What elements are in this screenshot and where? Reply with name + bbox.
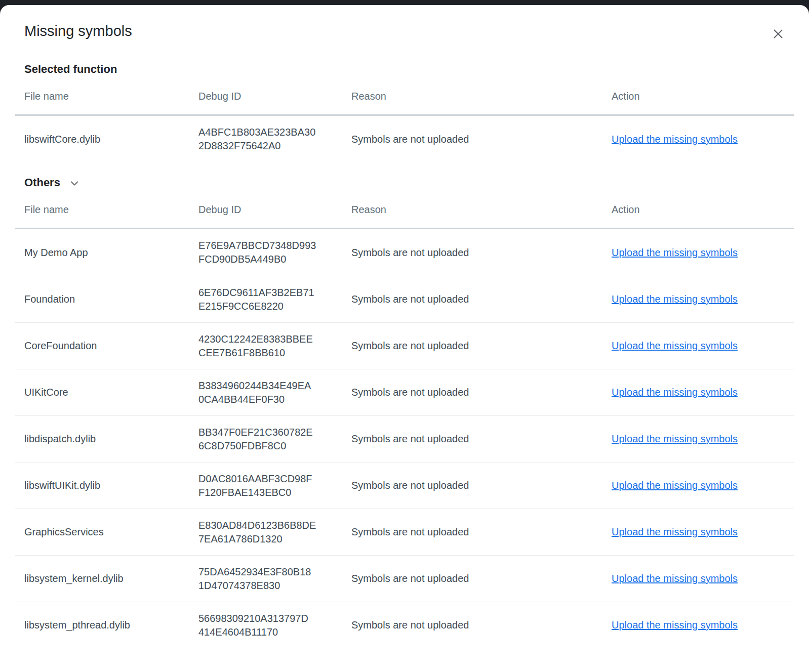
table-row: libsystem_kernel.dylib 75DA6452934E3F80B… bbox=[15, 555, 794, 602]
table-row: UIKitCore B3834960244B34E49EA 0CA4BB44EF… bbox=[15, 369, 794, 415]
upload-missing-symbols-link[interactable]: Upload the missing symbols bbox=[612, 387, 738, 398]
action-cell: Upload the missing symbols bbox=[612, 618, 794, 632]
debug-id-line-1: E830AD84D6123B6B8DE bbox=[198, 519, 351, 532]
action-cell: Upload the missing symbols bbox=[612, 339, 794, 353]
debug-id-cell: E830AD84D6123B6B8DE 7EA61A786D1320 bbox=[198, 519, 351, 546]
close-button[interactable] bbox=[767, 23, 789, 45]
debug-id-line-1: 6E76DC9611AF3B2EB71 bbox=[198, 286, 351, 300]
debug-id-cell: BB347F0EF21C360782E 6C8D750FDBF8C0 bbox=[198, 426, 351, 453]
debug-id-line-2: 1D47074378E830 bbox=[198, 579, 351, 593]
file-name-cell: libsystem_pthread.dylib bbox=[15, 618, 198, 632]
debug-id-line-1: B3834960244B34E49EA bbox=[198, 379, 351, 393]
upload-missing-symbols-link[interactable]: Upload the missing symbols bbox=[612, 293, 738, 305]
file-name-cell: libdispatch.dylib bbox=[15, 432, 198, 446]
dialog-title: Missing symbols bbox=[24, 22, 785, 39]
debug-id-line-1: BB347F0EF21C360782E bbox=[198, 426, 351, 439]
debug-id-cell: 6E76DC9611AF3B2EB71 E215F9CC6E8220 bbox=[198, 286, 351, 313]
action-cell: Upload the missing symbols bbox=[612, 386, 794, 399]
column-header-reason: Reason bbox=[351, 90, 612, 102]
missing-symbols-dialog: Missing symbols Selected function File n… bbox=[0, 5, 809, 672]
column-header-action: Action bbox=[612, 90, 794, 102]
debug-id-line-1: D0AC8016AABF3CD98F bbox=[198, 472, 351, 486]
table-header-row: File name Debug ID Reason Action bbox=[15, 90, 794, 116]
table-row: My Demo App E76E9A7BBCD7348D993 FCD90DB5… bbox=[15, 229, 794, 276]
close-icon bbox=[771, 26, 786, 41]
debug-id-line-1: 56698309210A313797D bbox=[198, 612, 351, 625]
action-cell: Upload the missing symbols bbox=[612, 246, 794, 260]
reason-cell: Symbols are not uploaded bbox=[351, 386, 612, 399]
selected-function-table: File name Debug ID Reason Action libswif… bbox=[15, 90, 794, 162]
debug-id-cell: B3834960244B34E49EA 0CA4BB44EF0F30 bbox=[198, 379, 351, 406]
debug-id-line-2: CEE7B61F8BB610 bbox=[198, 346, 351, 360]
debug-id-line-2: 0CA4BB44EF0F30 bbox=[198, 393, 351, 406]
debug-id-line-2: 7EA61A786D1320 bbox=[198, 532, 351, 546]
debug-id-cell: 4230C12242E8383BBEE CEE7B61F8BB610 bbox=[198, 332, 351, 360]
column-header-reason: Reason bbox=[351, 203, 612, 216]
debug-id-line-2: F120FBAE143EBC0 bbox=[198, 486, 351, 499]
others-table: File name Debug ID Reason Action My Demo… bbox=[15, 203, 794, 648]
section-label-others: Others bbox=[24, 176, 60, 189]
table-row: libdispatch.dylib BB347F0EF21C360782E 6C… bbox=[15, 415, 794, 462]
action-cell: Upload the missing symbols bbox=[612, 525, 794, 539]
file-name-cell: libswiftUIKit.dylib bbox=[15, 479, 198, 492]
action-cell: Upload the missing symbols bbox=[612, 572, 794, 585]
column-header-debug-id: Debug ID bbox=[198, 90, 351, 102]
reason-cell: Symbols are not uploaded bbox=[351, 525, 612, 539]
debug-id-line-2: 2D8832F75642A0 bbox=[198, 139, 351, 153]
dialog-header: Missing symbols bbox=[0, 5, 809, 39]
debug-id-line-1: 75DA6452934E3F80B18 bbox=[198, 565, 351, 579]
reason-cell: Symbols are not uploaded bbox=[351, 339, 612, 353]
action-cell: Upload the missing symbols bbox=[612, 479, 794, 492]
reason-cell: Symbols are not uploaded bbox=[351, 292, 612, 306]
reason-cell: Symbols are not uploaded bbox=[351, 432, 612, 446]
file-name-cell: libsystem_kernel.dylib bbox=[15, 572, 198, 585]
chevron-down-icon bbox=[68, 177, 80, 189]
file-name-cell: My Demo App bbox=[15, 246, 198, 260]
upload-missing-symbols-link[interactable]: Upload the missing symbols bbox=[612, 340, 738, 351]
action-cell: Upload the missing symbols bbox=[612, 292, 794, 306]
table-row: libsystem_pthread.dylib 56698309210A3137… bbox=[15, 602, 794, 648]
reason-cell: Symbols are not uploaded bbox=[351, 479, 612, 492]
debug-id-line-2: E215F9CC6E8220 bbox=[198, 300, 351, 313]
file-name-cell: libswiftCore.dylib bbox=[15, 133, 198, 146]
reason-cell: Symbols are not uploaded bbox=[351, 246, 612, 260]
debug-id-line-1: A4BFC1B803AE323BA30 bbox=[198, 125, 351, 139]
table-header-row: File name Debug ID Reason Action bbox=[15, 203, 794, 229]
reason-cell: Symbols are not uploaded bbox=[351, 572, 612, 585]
upload-missing-symbols-link[interactable]: Upload the missing symbols bbox=[612, 526, 738, 537]
debug-id-line-1: E76E9A7BBCD7348D993 bbox=[198, 239, 351, 253]
reason-cell: Symbols are not uploaded bbox=[351, 618, 612, 632]
upload-missing-symbols-link[interactable]: Upload the missing symbols bbox=[612, 619, 738, 631]
column-header-file-name: File name bbox=[15, 90, 198, 102]
upload-missing-symbols-link[interactable]: Upload the missing symbols bbox=[612, 480, 738, 491]
table-row: libswiftCore.dylib A4BFC1B803AE323BA30 2… bbox=[15, 116, 794, 162]
debug-id-line-2: 6C8D750FDBF8C0 bbox=[198, 439, 351, 453]
debug-id-line-2: FCD90DB5A449B0 bbox=[198, 253, 351, 266]
table-row: Foundation 6E76DC9611AF3B2EB71 E215F9CC6… bbox=[15, 276, 794, 322]
file-name-cell: GraphicsServices bbox=[15, 525, 198, 539]
section-label-selected-function: Selected function bbox=[24, 63, 117, 76]
upload-missing-symbols-link[interactable]: Upload the missing symbols bbox=[612, 573, 738, 584]
table-row: GraphicsServices E830AD84D6123B6B8DE 7EA… bbox=[15, 509, 794, 555]
debug-id-cell: A4BFC1B803AE323BA30 2D8832F75642A0 bbox=[198, 125, 351, 153]
file-name-cell: CoreFoundation bbox=[15, 339, 198, 353]
upload-missing-symbols-link[interactable]: Upload the missing symbols bbox=[612, 247, 738, 258]
action-cell: Upload the missing symbols bbox=[612, 432, 794, 446]
debug-id-cell: 56698309210A313797D 414E4604B11170 bbox=[198, 612, 351, 639]
upload-missing-symbols-link[interactable]: Upload the missing symbols bbox=[612, 433, 738, 444]
action-cell: Upload the missing symbols bbox=[612, 133, 794, 146]
section-toggle-others[interactable]: Others bbox=[24, 176, 80, 189]
debug-id-cell: 75DA6452934E3F80B18 1D47074378E830 bbox=[198, 565, 351, 593]
column-header-action: Action bbox=[612, 203, 794, 216]
debug-id-cell: E76E9A7BBCD7348D993 FCD90DB5A449B0 bbox=[198, 239, 351, 266]
table-row: CoreFoundation 4230C12242E8383BBEE CEE7B… bbox=[15, 322, 794, 369]
file-name-cell: Foundation bbox=[15, 292, 198, 306]
reason-cell: Symbols are not uploaded bbox=[351, 133, 612, 146]
debug-id-line-1: 4230C12242E8383BBEE bbox=[198, 332, 351, 346]
file-name-cell: UIKitCore bbox=[15, 386, 198, 399]
column-header-file-name: File name bbox=[15, 203, 198, 216]
debug-id-cell: D0AC8016AABF3CD98F F120FBAE143EBC0 bbox=[198, 472, 351, 499]
table-row: libswiftUIKit.dylib D0AC8016AABF3CD98F F… bbox=[15, 462, 794, 509]
debug-id-line-2: 414E4604B11170 bbox=[198, 625, 351, 639]
upload-missing-symbols-link[interactable]: Upload the missing symbols bbox=[612, 134, 738, 145]
